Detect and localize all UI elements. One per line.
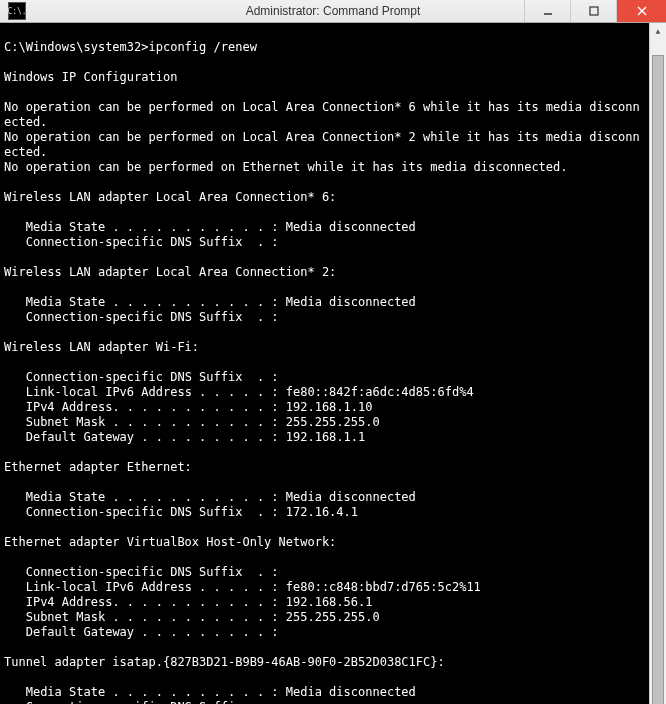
terminal-output[interactable]: C:\Windows\system32>ipconfig /renew Wind… [0, 23, 649, 704]
close-button[interactable] [616, 0, 666, 22]
minimize-icon [543, 6, 553, 16]
minimize-button[interactable] [524, 0, 570, 22]
scroll-up-arrow[interactable]: ▲ [650, 23, 666, 40]
cmd-icon: C:\. [8, 2, 26, 20]
scrollbar[interactable]: ▲ ▼ [649, 23, 666, 704]
window: C:\. Administrator: Command Prompt C:\Wi… [0, 0, 666, 704]
maximize-icon [589, 6, 599, 16]
maximize-button[interactable] [570, 0, 616, 22]
scroll-track[interactable] [650, 40, 666, 704]
window-controls [524, 0, 666, 22]
titlebar[interactable]: C:\. Administrator: Command Prompt [0, 0, 666, 23]
scroll-thumb[interactable] [652, 55, 664, 704]
terminal-container: C:\Windows\system32>ipconfig /renew Wind… [0, 23, 666, 704]
cmd-icon-label: C:\. [7, 7, 26, 16]
svg-rect-1 [590, 7, 598, 15]
close-icon [637, 6, 647, 16]
